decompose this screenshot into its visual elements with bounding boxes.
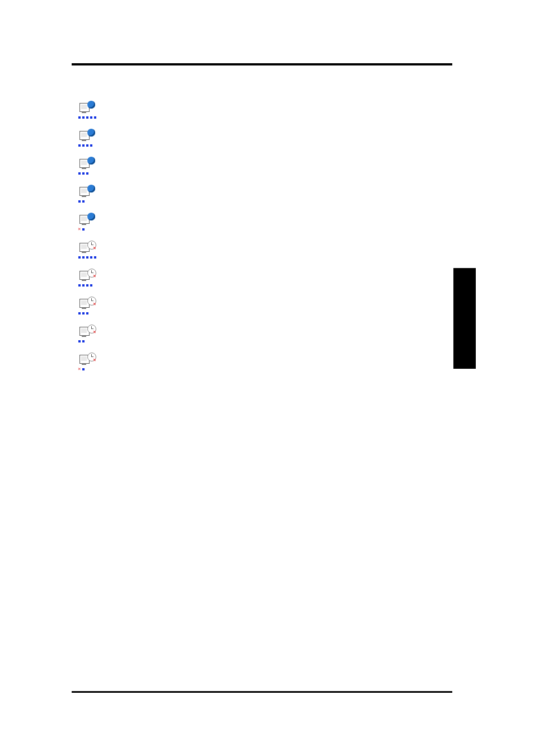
signal-4-globe-icon [78, 130, 97, 149]
legend-desc [104, 350, 452, 378]
legend-desc [104, 238, 452, 266]
signal-5-globe-icon [78, 102, 97, 121]
icon-legend-table: ××××× [72, 98, 452, 378]
legend-row [72, 154, 452, 182]
legend-row: × [72, 238, 452, 266]
legend-desc [104, 154, 452, 182]
legend-row: × [72, 350, 452, 378]
legend-row [72, 182, 452, 210]
thumb-tab [453, 268, 476, 369]
legend-desc [104, 182, 452, 210]
legend-icon-cell: × [72, 238, 104, 266]
page: ××××× [0, 0, 534, 756]
signal-3-clock-off-icon: × [78, 298, 97, 317]
legend-row [72, 98, 452, 126]
footer-rule [72, 691, 452, 693]
signal-4-clock-off-icon: × [78, 270, 97, 289]
legend-desc [104, 126, 452, 154]
legend-icon-cell: × [72, 266, 104, 294]
legend-desc [104, 266, 452, 294]
legend-row: × [72, 266, 452, 294]
signal-2-clock-off-icon: × [78, 326, 97, 345]
legend-desc [104, 294, 452, 322]
legend-row: × [72, 322, 452, 350]
legend-row [72, 210, 452, 238]
signal-5-clock-off-icon: × [78, 242, 97, 261]
legend-icon-cell [72, 126, 104, 154]
signal-2-globe-icon [78, 186, 97, 205]
legend-icon-cell: × [72, 322, 104, 350]
legend-row: × [72, 294, 452, 322]
legend-icon-cell [72, 210, 104, 238]
legend-row [72, 126, 452, 154]
legend-icon-cell [72, 98, 104, 126]
header-rule [72, 63, 452, 65]
signal-1x-clock-off-icon: × [78, 354, 97, 373]
signal-3-globe-icon [78, 158, 97, 177]
legend-icon-cell [72, 182, 104, 210]
legend-icon-cell [72, 154, 104, 182]
legend-icon-cell: × [72, 350, 104, 378]
legend-icon-cell: × [72, 294, 104, 322]
legend-desc [104, 98, 452, 126]
signal-1x-globe-icon [78, 214, 97, 233]
legend-desc [104, 322, 452, 350]
legend-desc [104, 210, 452, 238]
